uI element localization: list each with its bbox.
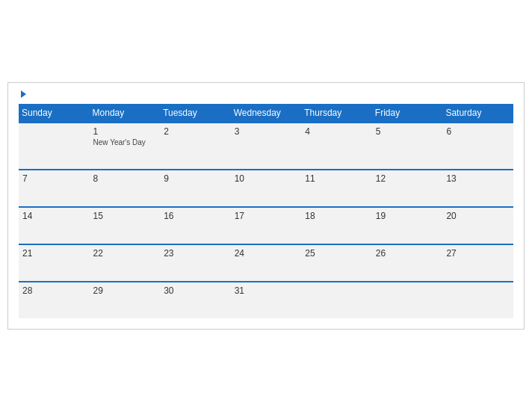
calendar-cell: 13 <box>442 170 513 207</box>
day-number: 12 <box>376 173 439 184</box>
calendar-cell: 19 <box>372 207 443 244</box>
weekday-header-tuesday: Tuesday <box>160 104 231 123</box>
day-number: 20 <box>446 211 510 221</box>
calendar-cell: 24 <box>231 244 302 282</box>
calendar-cell: 30 <box>160 282 231 318</box>
day-number: 28 <box>22 285 86 296</box>
calendar-cell: 18 <box>301 207 372 244</box>
day-number: 18 <box>305 211 368 221</box>
calendar-cell: 31 <box>231 282 302 318</box>
day-number: 29 <box>93 285 157 296</box>
day-number: 6 <box>446 126 510 137</box>
calendar-cell: 15 <box>90 207 161 244</box>
weekday-header-friday: Friday <box>372 104 443 123</box>
day-number: 9 <box>164 173 227 184</box>
day-number: 27 <box>446 248 510 259</box>
day-event: New Year's Day <box>93 138 157 146</box>
calendar-container: SundayMondayTuesdayWednesdayThursdayFrid… <box>7 82 525 330</box>
week-row-1: 78910111213 <box>19 170 513 207</box>
day-number: 30 <box>164 285 227 296</box>
day-number: 15 <box>93 211 157 221</box>
week-row-0: 1New Year's Day23456 <box>19 123 513 170</box>
day-number: 26 <box>376 248 439 259</box>
calendar-cell <box>301 282 372 318</box>
week-row-4: 28293031 <box>19 282 513 318</box>
day-number: 25 <box>305 248 368 259</box>
logo-triangle-icon <box>21 90 26 98</box>
calendar-cell <box>372 282 443 318</box>
calendar-cell: 28 <box>19 282 90 318</box>
weekday-header-thursday: Thursday <box>301 104 372 123</box>
logo-blue-text <box>19 90 26 98</box>
calendar-cell: 14 <box>19 207 90 244</box>
logo <box>19 90 26 98</box>
day-number: 23 <box>164 248 227 259</box>
calendar-cell: 4 <box>301 123 372 170</box>
day-number: 31 <box>235 285 298 296</box>
day-number: 14 <box>22 211 86 221</box>
day-number: 5 <box>376 126 439 137</box>
week-row-2: 14151617181920 <box>19 207 513 244</box>
weekday-header-wednesday: Wednesday <box>231 104 302 123</box>
day-number: 24 <box>235 248 298 259</box>
calendar-cell <box>19 123 90 170</box>
calendar-cell: 16 <box>160 207 231 244</box>
weekday-header-row: SundayMondayTuesdayWednesdayThursdayFrid… <box>19 104 513 123</box>
calendar-cell: 11 <box>301 170 372 207</box>
calendar-cell: 26 <box>372 244 443 282</box>
day-number: 22 <box>93 248 157 259</box>
calendar-header <box>19 90 513 98</box>
day-number: 2 <box>164 126 227 137</box>
calendar-cell: 22 <box>90 244 161 282</box>
day-number: 19 <box>376 211 439 221</box>
calendar-cell: 5 <box>372 123 443 170</box>
calendar-cell: 3 <box>231 123 302 170</box>
day-number: 13 <box>446 173 510 184</box>
calendar-cell: 23 <box>160 244 231 282</box>
calendar-cell <box>442 282 513 318</box>
day-number: 21 <box>22 248 86 259</box>
day-number: 4 <box>305 126 368 137</box>
day-number: 7 <box>22 173 86 184</box>
week-row-3: 21222324252627 <box>19 244 513 282</box>
day-number: 16 <box>164 211 227 221</box>
day-number: 11 <box>305 173 368 184</box>
calendar-cell: 7 <box>19 170 90 207</box>
calendar-cell: 27 <box>442 244 513 282</box>
day-number: 3 <box>235 126 298 137</box>
calendar-cell: 25 <box>301 244 372 282</box>
day-number: 8 <box>93 173 157 184</box>
calendar-grid: SundayMondayTuesdayWednesdayThursdayFrid… <box>19 104 513 318</box>
calendar-cell: 21 <box>19 244 90 282</box>
day-number: 17 <box>235 211 298 221</box>
calendar-cell: 2 <box>160 123 231 170</box>
calendar-cell: 20 <box>442 207 513 244</box>
calendar-cell: 6 <box>442 123 513 170</box>
calendar-cell: 17 <box>231 207 302 244</box>
calendar-cell: 29 <box>90 282 161 318</box>
calendar-cell: 8 <box>90 170 161 207</box>
weekday-header-monday: Monday <box>90 104 161 123</box>
day-number: 10 <box>235 173 298 184</box>
weekday-header-saturday: Saturday <box>442 104 513 123</box>
calendar-cell: 12 <box>372 170 443 207</box>
day-number: 1 <box>93 126 157 137</box>
calendar-cell: 9 <box>160 170 231 207</box>
calendar-cell: 10 <box>231 170 302 207</box>
calendar-cell: 1New Year's Day <box>90 123 161 170</box>
weekday-header-sunday: Sunday <box>19 104 90 123</box>
